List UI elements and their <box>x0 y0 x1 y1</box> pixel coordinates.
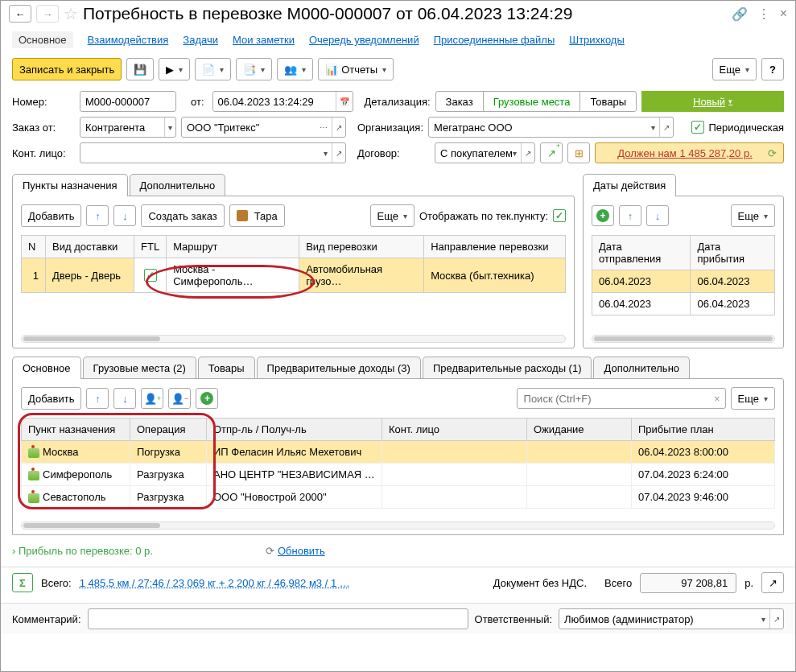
lcol-party[interactable]: Отпр-ль / Получ-ль <box>207 418 382 441</box>
sigma-button[interactable]: Σ <box>12 573 33 592</box>
tab-additional[interactable]: Дополнительно <box>130 174 226 196</box>
profit-expand[interactable]: Прибыль по перевозке: 0 р. <box>12 545 153 557</box>
lower-more-button[interactable]: Еще <box>731 387 775 410</box>
seg-goods[interactable]: Товары <box>580 92 636 111</box>
clear-search-icon[interactable]: × <box>714 393 720 405</box>
lcol-point[interactable]: Пункт назначения <box>22 418 130 441</box>
date-input[interactable]: 06.04.2023 13:24:29📅 <box>212 91 353 112</box>
move-down-button[interactable]: ↓ <box>113 205 136 226</box>
add-sender-button[interactable]: 👤+ <box>141 388 163 409</box>
ellipsis-icon[interactable]: ⋯ <box>320 123 328 132</box>
dates-up-button[interactable]: ↑ <box>619 205 641 226</box>
table-row[interactable]: Симферополь Разгрузка АНО ЦЕНТР "НЕЗАВИС… <box>22 464 775 486</box>
seg-order[interactable]: Заказ <box>436 92 484 111</box>
number-input[interactable]: М000-000007 <box>80 91 176 112</box>
lower-plus-button[interactable]: + <box>196 388 218 409</box>
contract-add-button[interactable]: ↗+ <box>540 142 563 163</box>
reports-button[interactable]: 📊 Отчеты <box>318 58 394 80</box>
lcol-contact[interactable]: Конт. лицо <box>382 418 527 441</box>
org-input[interactable]: Мегатранс ООО▾↗ <box>428 117 674 138</box>
col-route[interactable]: Маршрут <box>167 236 299 258</box>
nav-back-button[interactable]: ← <box>9 5 31 23</box>
display-by-point-checkbox[interactable]: ✓ <box>553 209 566 222</box>
responsible-input[interactable]: Любимов (администратор)▾↗ <box>559 608 784 629</box>
dates-down-button[interactable]: ↓ <box>646 205 669 226</box>
more-button[interactable]: Еще <box>712 58 757 80</box>
refresh-link[interactable]: Обновить <box>278 545 325 557</box>
status-dropdown[interactable]: Новый <box>641 91 784 112</box>
points-add-button[interactable]: Добавить <box>21 204 81 227</box>
periodic-checkbox[interactable]: ✓ <box>691 121 704 134</box>
open-icon[interactable]: ↗ <box>332 117 342 137</box>
totals-link[interactable]: 1 485,5 км / 27:46 / 23 069 кг + 2 200 к… <box>80 577 350 589</box>
debt-refresh-icon[interactable]: ⟳ <box>768 147 777 159</box>
col-direction[interactable]: Направление перевозки <box>424 236 566 258</box>
contract-pick-button[interactable]: ⊞ <box>567 142 590 163</box>
lcol-arrival[interactable]: Прибытие план <box>632 418 775 441</box>
col-transport-type[interactable]: Вид перевозки <box>299 236 424 258</box>
col-dep[interactable]: Дата отправления <box>592 236 691 270</box>
nav-interactions[interactable]: Взаимодействия <box>88 31 169 48</box>
nav-notes[interactable]: Мои заметки <box>233 31 295 48</box>
col-ftl[interactable]: FTL <box>134 236 167 258</box>
col-n[interactable]: N <box>22 236 46 258</box>
search-field[interactable] <box>522 392 714 406</box>
nav-main[interactable]: Основное <box>12 31 73 48</box>
ftl-checkbox[interactable]: ✓ <box>144 269 157 282</box>
totals-expand-button[interactable]: ↗ <box>761 572 784 593</box>
ltab-income[interactable]: Предварительные доходы (3) <box>257 357 421 379</box>
comment-input[interactable] <box>88 608 468 629</box>
tab-dates[interactable]: Даты действия <box>583 174 676 196</box>
chevron-down-icon[interactable]: ▾ <box>761 615 765 624</box>
lower-up-button[interactable]: ↑ <box>86 388 109 409</box>
ltab-additional[interactable]: Дополнительно <box>593 357 690 379</box>
seg-cargo[interactable]: Грузовые места <box>484 92 581 111</box>
link-icon[interactable]: 🔗 <box>732 6 748 22</box>
dates-more-button[interactable]: Еще <box>731 204 775 227</box>
chevron-down-icon[interactable]: ▾ <box>651 123 655 132</box>
nav-forward-button[interactable]: → <box>36 5 59 23</box>
open-icon[interactable]: ↗ <box>521 143 531 163</box>
h-scrollbar[interactable] <box>21 522 775 530</box>
counterparty-input[interactable]: ООО "Тритекс"⋯↗ <box>181 117 346 138</box>
nav-notifications[interactable]: Очередь уведомлений <box>309 31 419 48</box>
ltab-main[interactable]: Основное <box>12 357 81 379</box>
nav-barcodes[interactable]: Штрихкоды <box>569 31 625 48</box>
table-row[interactable]: 06.04.2023 06.04.2023 <box>592 270 775 293</box>
lower-down-button[interactable]: ↓ <box>113 388 136 409</box>
chevron-down-icon[interactable]: ▾ <box>324 149 328 158</box>
chevron-down-icon[interactable]: ▾ <box>164 117 172 137</box>
ltab-expenses[interactable]: Предварительные расходы (1) <box>423 357 592 379</box>
search-input[interactable]: × <box>517 388 726 409</box>
open-icon[interactable]: ↗ <box>659 117 670 137</box>
calendar-icon[interactable]: 📅 <box>336 92 349 111</box>
ltab-goods[interactable]: Товары <box>198 357 255 379</box>
ltab-cargo[interactable]: Грузовые места (2) <box>83 357 196 379</box>
col-delivery[interactable]: Вид доставки <box>46 236 134 258</box>
order-from-input[interactable]: Контрагента▾ <box>80 117 176 138</box>
table-row[interactable]: Москва Погрузка ИП Феласин Ильяс Мехетов… <box>22 441 775 464</box>
create-based-button[interactable]: 📑 <box>236 58 272 80</box>
help-button[interactable]: ? <box>761 58 784 80</box>
users-button[interactable]: 👥 <box>277 58 313 80</box>
chevron-down-icon[interactable]: ▾ <box>513 149 517 158</box>
nav-files[interactable]: Присоединенные файлы <box>434 31 555 48</box>
open-icon[interactable]: ↗ <box>332 143 342 163</box>
menu-dots-icon[interactable]: ⋮ <box>757 6 770 22</box>
table-row[interactable]: 1 Дверь - Дверь ✓ Москва - Симферополь… … <box>22 258 566 293</box>
contract-input[interactable]: С покупателем▾↗ <box>435 142 535 163</box>
open-icon[interactable]: ↗ <box>769 609 780 629</box>
col-arr[interactable]: Дата прибытия <box>691 236 775 270</box>
lower-add-button[interactable]: Добавить <box>21 387 81 410</box>
save-close-button[interactable]: Записать и закрыть <box>12 58 122 80</box>
lcol-op[interactable]: Операция <box>130 418 207 441</box>
table-row[interactable]: Севастополь Разгрузка ООО "Новострой 200… <box>22 486 775 509</box>
contact-input[interactable]: ▾↗ <box>80 142 346 163</box>
lcol-wait[interactable]: Ожидание <box>527 418 632 441</box>
move-up-button[interactable]: ↑ <box>86 205 109 226</box>
h-scrollbar[interactable] <box>592 335 775 343</box>
remove-person-button[interactable]: 👤− <box>168 388 191 409</box>
nav-tasks[interactable]: Задачи <box>183 31 218 48</box>
favorite-star-icon[interactable]: ☆ <box>64 4 78 23</box>
h-scrollbar[interactable] <box>21 335 566 343</box>
